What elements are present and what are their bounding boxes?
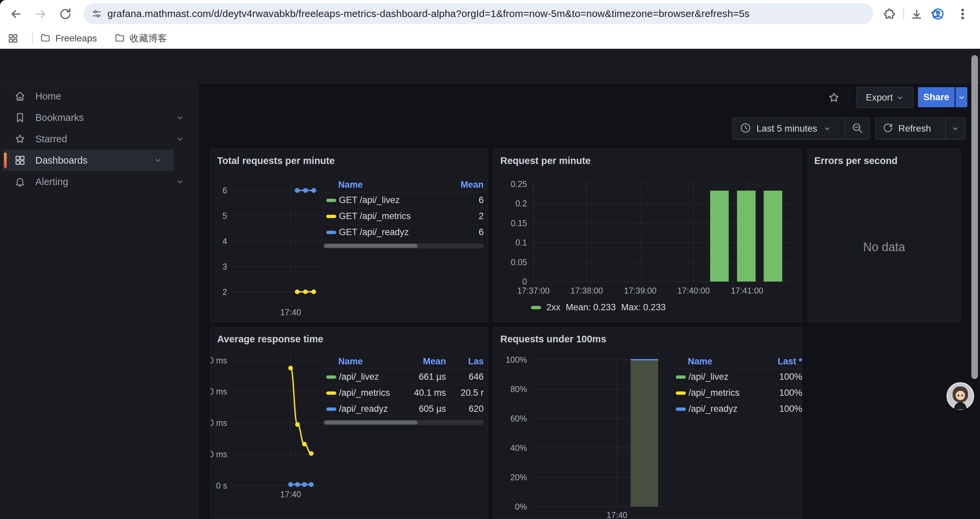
apps-grid-icon[interactable] xyxy=(7,33,19,45)
favorite-star-icon[interactable] xyxy=(828,91,840,105)
legend-row[interactable]: /api/_metrics40.1 ms20.5 r xyxy=(323,385,484,401)
refresh-interval-dropdown[interactable] xyxy=(945,118,965,139)
series-color-pill[interactable] xyxy=(326,199,336,202)
legend-column-header[interactable]: Mean xyxy=(448,180,484,190)
chevron-down-icon xyxy=(896,94,904,102)
legend-column-header[interactable]: Name xyxy=(338,356,402,367)
series-point xyxy=(309,451,313,456)
legend-h-scrollbar[interactable] xyxy=(323,420,484,425)
legend-stat: Mean: 0.233 xyxy=(566,302,616,313)
legend-row[interactable]: GET /api/_metrics2 xyxy=(323,208,484,224)
no-data-text: No data xyxy=(808,240,961,254)
bookmark-item[interactable]: Freeleaps xyxy=(40,32,97,45)
forward-icon[interactable] xyxy=(34,7,48,22)
sidebar-item-bookmarks[interactable]: Bookmarks xyxy=(3,107,196,128)
chevron-down-icon[interactable] xyxy=(175,177,185,186)
share-dropdown-button[interactable] xyxy=(955,87,967,107)
panel-title[interactable]: Errors per second xyxy=(814,155,897,166)
site-settings-icon[interactable] xyxy=(91,9,102,21)
sidebar-item-alerting[interactable]: Alerting xyxy=(3,171,196,192)
reload-icon[interactable] xyxy=(59,7,72,22)
legend-series-name[interactable]: /api/_metrics xyxy=(689,388,762,398)
x-tick-label: 17:40:00 xyxy=(678,286,710,295)
legend-series-name[interactable]: /api/_livez xyxy=(689,372,762,382)
sidebar-item-home[interactable]: Home xyxy=(3,86,196,107)
legend-row[interactable]: /api/_metrics100% xyxy=(673,385,802,401)
share-button[interactable]: Share xyxy=(918,87,955,107)
legend-row[interactable]: /api/_readyz605 µs620 xyxy=(323,401,484,417)
panel-total-requests-per-minute: Total requests per minute6543217:40NameM… xyxy=(210,149,488,322)
legend-series-name[interactable]: GET /api/_metrics xyxy=(339,211,448,222)
series-color-pill[interactable] xyxy=(326,407,336,411)
sidebar-item-label: Dashboards xyxy=(35,155,88,166)
bookmark-label: 收藏博客 xyxy=(130,32,167,45)
home-icon xyxy=(14,90,26,102)
bookmark-icon xyxy=(14,112,26,124)
legend-h-scrollbar-thumb[interactable] xyxy=(324,420,418,425)
y-tick-label: 60% xyxy=(510,414,527,423)
download-icon[interactable] xyxy=(910,8,923,23)
legend-series-name[interactable]: GET /api/_livez xyxy=(339,195,448,205)
panel-request-per-minute: Request per minute0.250.20.150.10.05017:… xyxy=(493,149,802,322)
legend-h-scrollbar-thumb[interactable] xyxy=(324,244,418,248)
url-bar[interactable]: grafana.mathmast.com/d/deytv4rwavabkb/fr… xyxy=(83,3,873,24)
assistant-avatar[interactable] xyxy=(946,382,974,412)
chevron-down-icon[interactable] xyxy=(153,156,162,165)
y-tick-label: 0.2 xyxy=(515,199,527,208)
series-point xyxy=(295,289,299,294)
legend-column-header[interactable]: Name xyxy=(338,180,448,190)
legend-row[interactable]: /api/_readyz100% xyxy=(673,401,802,417)
series-color-pill[interactable] xyxy=(676,375,686,379)
legend-column-header[interactable]: Mean xyxy=(402,356,446,367)
legend-series-name[interactable]: /api/_readyz xyxy=(689,404,762,414)
legend-series-value: 100% xyxy=(762,372,802,382)
back-icon[interactable] xyxy=(10,7,23,22)
legend-series-value: 20.5 r xyxy=(446,388,484,398)
legend-series-value: 620 xyxy=(446,404,484,414)
legend-row[interactable]: GET /api/_livez6 xyxy=(323,192,484,208)
y-tick-label: 0.05 xyxy=(511,257,527,267)
profile-icon[interactable] xyxy=(931,7,945,22)
legend-series-name[interactable]: 2xx xyxy=(546,302,560,313)
legend-column-header[interactable]: Last * xyxy=(762,356,802,367)
legend-table: NameMeanGET /api/_livez6GET /api/_metric… xyxy=(323,177,484,249)
legend-line[interactable]: 2xxMean: 0.233Max: 0.233 xyxy=(531,302,666,313)
legend-row[interactable]: /api/_livez100% xyxy=(673,369,802,385)
series-color-pill[interactable] xyxy=(531,306,541,309)
legend-series-name[interactable]: /api/_metrics xyxy=(339,388,402,398)
legend-series-name[interactable]: /api/_livez xyxy=(339,372,402,382)
chevron-down-icon[interactable] xyxy=(175,113,185,122)
export-button[interactable]: Export xyxy=(857,87,913,108)
sidebar-item-starred[interactable]: Starred xyxy=(3,128,196,150)
time-range-picker[interactable]: Last 5 minutes xyxy=(732,118,845,139)
series-color-pill[interactable] xyxy=(326,231,336,234)
series-color-pill[interactable] xyxy=(676,391,686,395)
folder-icon xyxy=(40,32,51,45)
legend-h-scrollbar[interactable] xyxy=(323,243,484,249)
sidebar-item-dashboards[interactable]: Dashboards xyxy=(3,150,174,171)
refresh-button[interactable]: Refresh xyxy=(876,118,945,139)
legend-row[interactable]: /api/_livez661 µs646 xyxy=(323,369,484,385)
series-color-pill[interactable] xyxy=(326,391,336,395)
bookmark-item[interactable]: 收藏博客 xyxy=(115,32,167,45)
series-color-pill[interactable] xyxy=(676,407,686,411)
series-point xyxy=(302,442,307,447)
page-scrollbar[interactable] xyxy=(971,55,978,379)
series-color-pill[interactable] xyxy=(326,215,336,218)
refresh-icon xyxy=(882,122,894,135)
legend-row[interactable]: GET /api/_readyz6 xyxy=(323,224,484,241)
y-tick-label: 20% xyxy=(510,473,527,482)
legend-column-header[interactable]: Name xyxy=(688,356,762,367)
extensions-icon[interactable] xyxy=(883,8,897,23)
series-point xyxy=(295,188,299,193)
menu-kebab-icon[interactable] xyxy=(956,7,969,22)
y-tick-label: 0 xyxy=(522,277,527,286)
zoom-out-button[interactable] xyxy=(845,118,869,139)
legend-series-name[interactable]: GET /api/_readyz xyxy=(339,227,448,238)
chevron-down-icon[interactable] xyxy=(175,134,185,144)
series-color-pill[interactable] xyxy=(326,375,336,379)
legend-series-name[interactable]: /api/_readyz xyxy=(339,404,402,414)
series-point xyxy=(288,482,293,487)
legend-column-header[interactable]: Las xyxy=(446,356,484,367)
chevron-down-icon xyxy=(958,93,966,101)
